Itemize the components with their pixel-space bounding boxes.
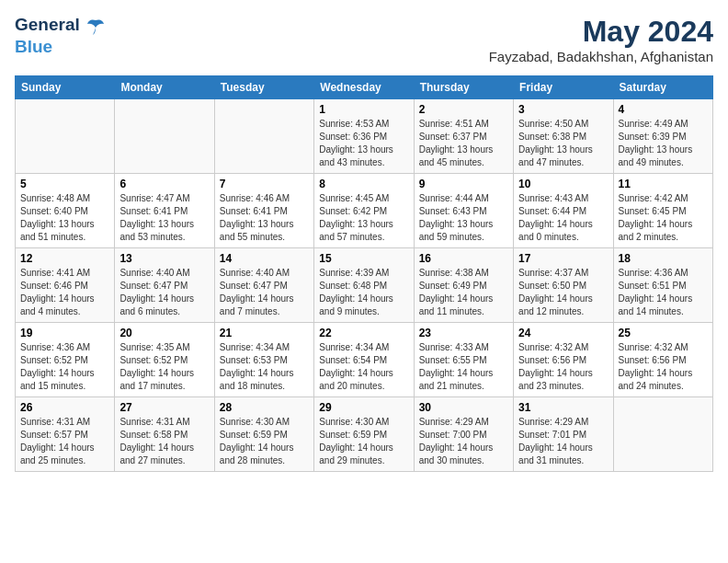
day-info: Sunrise: 4:47 AMSunset: 6:41 PMDaylight:…	[119, 192, 209, 244]
day-info: Sunrise: 4:32 AMSunset: 6:56 PMDaylight:…	[619, 341, 708, 393]
day-number: 25	[619, 327, 708, 339]
day-number: 2	[419, 103, 508, 116]
calendar-cell: 29Sunrise: 4:30 AMSunset: 6:59 PMDayligh…	[314, 397, 414, 472]
calendar-cell	[16, 99, 115, 174]
calendar-cell: 25Sunrise: 4:32 AMSunset: 6:56 PMDayligh…	[613, 323, 712, 397]
col-thursday: Thursday	[414, 76, 513, 99]
calendar-week-4: 19Sunrise: 4:36 AMSunset: 6:52 PMDayligh…	[16, 323, 713, 397]
day-number: 31	[518, 401, 608, 414]
calendar-cell: 4Sunrise: 4:49 AMSunset: 6:39 PMDaylight…	[613, 99, 712, 174]
calendar-body: 1Sunrise: 4:53 AMSunset: 6:36 PMDaylight…	[16, 99, 713, 472]
calendar-cell: 19Sunrise: 4:36 AMSunset: 6:52 PMDayligh…	[16, 323, 115, 397]
col-tuesday: Tuesday	[214, 76, 313, 99]
title-block: May 2024 Fayzabad, Badakhshan, Afghanist…	[489, 15, 713, 64]
calendar-cell: 24Sunrise: 4:32 AMSunset: 6:56 PMDayligh…	[514, 323, 613, 397]
calendar-week-3: 12Sunrise: 4:41 AMSunset: 6:46 PMDayligh…	[16, 248, 713, 323]
calendar-cell: 9Sunrise: 4:44 AMSunset: 6:43 PMDaylight…	[414, 174, 513, 248]
calendar-cell: 17Sunrise: 4:37 AMSunset: 6:50 PMDayligh…	[514, 248, 613, 323]
day-info: Sunrise: 4:30 AMSunset: 6:59 PMDaylight:…	[220, 416, 309, 467]
col-wednesday: Wednesday	[314, 76, 414, 99]
calendar-cell: 18Sunrise: 4:36 AMSunset: 6:51 PMDayligh…	[613, 248, 712, 323]
day-info: Sunrise: 4:40 AMSunset: 6:47 PMDaylight:…	[119, 267, 209, 318]
logo-line2: Blue	[15, 37, 106, 57]
day-info: Sunrise: 4:31 AMSunset: 6:58 PMDaylight:…	[119, 416, 209, 467]
day-info: Sunrise: 4:36 AMSunset: 6:51 PMDaylight:…	[619, 267, 708, 318]
calendar-cell: 7Sunrise: 4:46 AMSunset: 6:41 PMDaylight…	[214, 174, 313, 248]
day-number: 28	[220, 401, 309, 414]
calendar-cell: 28Sunrise: 4:30 AMSunset: 6:59 PMDayligh…	[214, 397, 313, 472]
calendar-cell: 3Sunrise: 4:50 AMSunset: 6:38 PMDaylight…	[514, 99, 613, 174]
day-info: Sunrise: 4:43 AMSunset: 6:44 PMDaylight:…	[518, 192, 608, 244]
day-number: 30	[419, 401, 508, 414]
day-info: Sunrise: 4:50 AMSunset: 6:38 PMDaylight:…	[518, 118, 608, 169]
calendar-cell: 27Sunrise: 4:31 AMSunset: 6:58 PMDayligh…	[115, 397, 214, 472]
day-number: 19	[20, 327, 109, 339]
day-number: 27	[119, 401, 209, 414]
header-row: Sunday Monday Tuesday Wednesday Thursday…	[16, 76, 713, 99]
calendar-cell: 31Sunrise: 4:29 AMSunset: 7:01 PMDayligh…	[514, 397, 613, 472]
calendar-table: Sunday Monday Tuesday Wednesday Thursday…	[15, 75, 713, 472]
day-number: 24	[518, 327, 608, 339]
calendar-cell: 15Sunrise: 4:39 AMSunset: 6:48 PMDayligh…	[314, 248, 414, 323]
day-number: 4	[619, 103, 708, 116]
calendar-cell: 21Sunrise: 4:34 AMSunset: 6:53 PMDayligh…	[214, 323, 313, 397]
day-info: Sunrise: 4:30 AMSunset: 6:59 PMDaylight:…	[319, 416, 408, 467]
day-info: Sunrise: 4:34 AMSunset: 6:54 PMDaylight:…	[319, 341, 408, 393]
page-header: General Blue May 2024 Fayzabad, Badakhsh…	[15, 15, 713, 64]
day-number: 7	[220, 178, 309, 190]
calendar-cell: 30Sunrise: 4:29 AMSunset: 7:00 PMDayligh…	[414, 397, 513, 472]
calendar-cell: 11Sunrise: 4:42 AMSunset: 6:45 PMDayligh…	[613, 174, 712, 248]
col-friday: Friday	[514, 76, 613, 99]
day-info: Sunrise: 4:46 AMSunset: 6:41 PMDaylight:…	[220, 192, 309, 244]
calendar-cell: 20Sunrise: 4:35 AMSunset: 6:52 PMDayligh…	[115, 323, 214, 397]
calendar-cell: 26Sunrise: 4:31 AMSunset: 6:57 PMDayligh…	[16, 397, 115, 472]
day-number: 3	[518, 103, 608, 116]
logo-block: General Blue	[15, 15, 106, 57]
day-info: Sunrise: 4:35 AMSunset: 6:52 PMDaylight:…	[119, 341, 209, 393]
day-number: 14	[220, 252, 309, 265]
day-number: 16	[419, 252, 508, 265]
calendar-title: May 2024	[489, 15, 713, 49]
calendar-cell: 1Sunrise: 4:53 AMSunset: 6:36 PMDaylight…	[314, 99, 414, 174]
day-number: 26	[20, 401, 109, 414]
day-info: Sunrise: 4:51 AMSunset: 6:37 PMDaylight:…	[419, 118, 508, 169]
day-info: Sunrise: 4:34 AMSunset: 6:53 PMDaylight:…	[220, 341, 309, 393]
calendar-cell: 14Sunrise: 4:40 AMSunset: 6:47 PMDayligh…	[214, 248, 313, 323]
day-number: 23	[419, 327, 508, 339]
day-info: Sunrise: 4:36 AMSunset: 6:52 PMDaylight:…	[20, 341, 109, 393]
day-info: Sunrise: 4:41 AMSunset: 6:46 PMDaylight:…	[20, 267, 109, 318]
day-info: Sunrise: 4:33 AMSunset: 6:55 PMDaylight:…	[419, 341, 508, 393]
day-number: 11	[619, 178, 708, 190]
calendar-cell	[214, 99, 313, 174]
day-number: 22	[319, 327, 408, 339]
day-number: 9	[419, 178, 508, 190]
logo-blue-text: Blue	[15, 37, 52, 56]
calendar-header: Sunday Monday Tuesday Wednesday Thursday…	[16, 76, 713, 99]
day-info: Sunrise: 4:31 AMSunset: 6:57 PMDaylight:…	[20, 416, 109, 467]
calendar-cell: 22Sunrise: 4:34 AMSunset: 6:54 PMDayligh…	[314, 323, 414, 397]
day-number: 13	[119, 252, 209, 265]
calendar-cell	[115, 99, 214, 174]
calendar-subtitle: Fayzabad, Badakhshan, Afghanistan	[489, 49, 713, 64]
calendar-cell: 5Sunrise: 4:48 AMSunset: 6:40 PMDaylight…	[16, 174, 115, 248]
logo-general-text: General	[15, 15, 80, 34]
calendar-week-1: 1Sunrise: 4:53 AMSunset: 6:36 PMDaylight…	[16, 99, 713, 174]
day-info: Sunrise: 4:37 AMSunset: 6:50 PMDaylight:…	[518, 267, 608, 318]
calendar-week-2: 5Sunrise: 4:48 AMSunset: 6:40 PMDaylight…	[16, 174, 713, 248]
day-number: 15	[319, 252, 408, 265]
calendar-week-5: 26Sunrise: 4:31 AMSunset: 6:57 PMDayligh…	[16, 397, 713, 472]
day-info: Sunrise: 4:44 AMSunset: 6:43 PMDaylight:…	[419, 192, 508, 244]
day-info: Sunrise: 4:32 AMSunset: 6:56 PMDaylight:…	[518, 341, 608, 393]
calendar-cell	[613, 397, 712, 472]
col-monday: Monday	[115, 76, 214, 99]
day-info: Sunrise: 4:53 AMSunset: 6:36 PMDaylight:…	[319, 118, 408, 169]
calendar-cell: 10Sunrise: 4:43 AMSunset: 6:44 PMDayligh…	[514, 174, 613, 248]
calendar-cell: 2Sunrise: 4:51 AMSunset: 6:37 PMDaylight…	[414, 99, 513, 174]
day-number: 1	[319, 103, 408, 116]
logo-bird-icon	[85, 17, 106, 37]
day-info: Sunrise: 4:42 AMSunset: 6:45 PMDaylight:…	[619, 192, 708, 244]
calendar-cell: 6Sunrise: 4:47 AMSunset: 6:41 PMDaylight…	[115, 174, 214, 248]
day-number: 21	[220, 327, 309, 339]
calendar-cell: 16Sunrise: 4:38 AMSunset: 6:49 PMDayligh…	[414, 248, 513, 323]
day-number: 17	[518, 252, 608, 265]
